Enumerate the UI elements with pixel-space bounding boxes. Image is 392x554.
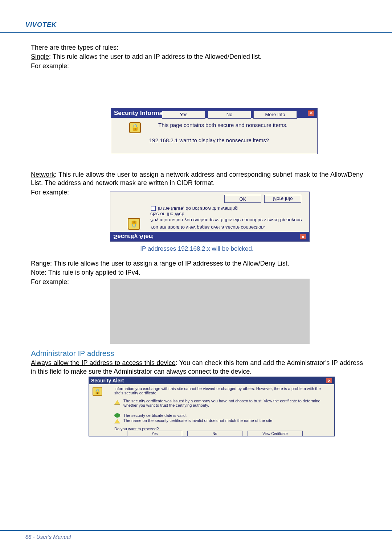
admin-desc: Always allow the IP address to access th… — [31, 359, 363, 376]
lock-warning-icon: 🔒 — [129, 122, 141, 133]
admin-ip-heading: Administrator IP address — [31, 348, 363, 358]
dialog2-body: 🔒 You are about to view pages over a sec… — [110, 225, 309, 232]
network-label: Network — [31, 171, 55, 178]
security-alert-cert-dialog: Security Alert ✕ 🔒 Information you excha… — [89, 377, 335, 436]
single-label: Single — [31, 53, 49, 60]
dialog2-title-text: Security Alert — [113, 233, 153, 241]
dialog4-row2: The security certificate was issued by a… — [123, 399, 330, 407]
checkbox[interactable] — [151, 206, 156, 211]
dialog2-titlebar: Security Alert ✕ — [110, 232, 309, 241]
warning-triangle-icon — [114, 419, 120, 423]
no-button[interactable]: No — [187, 431, 242, 436]
more-info-button[interactable]: More Info — [253, 111, 297, 119]
footer-text: 88 - User's Manual — [25, 534, 71, 540]
single-desc: : This rule allows the user to add an IP… — [49, 53, 262, 60]
page-header: VIVOTEK — [0, 18, 392, 33]
dialog4-row4: The name on the security certificate is … — [123, 418, 330, 423]
admin-block: Administrator IP address Always allow th… — [31, 344, 363, 377]
network-rule-line: Network: This rule allows the user to as… — [31, 171, 363, 188]
dialog1-buttons: Yes No More Info — [162, 111, 297, 119]
dialog2-buttons: OK More Info — [224, 195, 301, 203]
close-icon[interactable]: ✕ — [300, 234, 306, 239]
range-dialog-placeholder — [110, 279, 310, 344]
ok-button[interactable]: OK — [224, 195, 261, 203]
intro-text: There are three types of rules: — [31, 44, 363, 52]
dialog4-titlebar: Security Alert ✕ — [89, 377, 334, 384]
main-content: There are three types of rules: Single: … — [31, 43, 363, 71]
lock-warning-icon: 🔒 — [128, 218, 140, 230]
close-icon[interactable]: ✕ — [326, 378, 332, 383]
single-example: For example: — [31, 62, 363, 70]
range-label: Range — [31, 260, 50, 267]
dialog4-row3: The security certificate date is valid. — [123, 413, 330, 418]
range-note: Note: This rule is only applied to IPv4. — [31, 268, 363, 277]
yes-button[interactable]: Yes — [162, 111, 205, 119]
single-rule-line: Single: This rule allows the user to add… — [31, 53, 363, 61]
close-icon[interactable]: ✕ — [308, 110, 314, 116]
admin-lead: Always allow the IP address to access th… — [31, 359, 176, 366]
dialog2-check-label: In the future, do not show this warning — [158, 205, 238, 212]
dialog1-message2: 192.168.2.1 want to display the nonsecur… — [149, 137, 269, 144]
network-desc: : This rule allows the user to assign a … — [31, 171, 363, 186]
dialog4-row1: Information you exchange with this site … — [114, 386, 330, 395]
dialog1-body: 🔒 This page contains both secure and non… — [111, 118, 317, 121]
range-rule-line: Range: This rule allows the user to assi… — [31, 259, 363, 268]
page-footer: 88 - User's Manual — [0, 530, 392, 542]
security-alert-dialog-flipped: Security Alert ✕ 🔒 You are about to view… — [110, 192, 310, 242]
brand-label: VIVOTEK — [25, 21, 57, 28]
security-information-dialog: Security Information ✕ 🔒 This page conta… — [111, 108, 318, 154]
dialog2-check-row: In the future, do not show this warning — [151, 205, 238, 212]
dialog1-message1: This page contains both secure and nonse… — [158, 122, 310, 129]
dialog4-title-text: Security Alert — [91, 377, 124, 384]
network-caption: IP addresses 192.168.2.x will be bolcked… — [31, 245, 363, 253]
yes-button[interactable]: Yes — [127, 431, 182, 436]
lock-warning-icon: 🔒 — [93, 387, 102, 396]
warning-triangle-icon — [114, 400, 120, 405]
view-certificate-button[interactable]: View Certificate — [248, 431, 303, 436]
no-button[interactable]: No — [208, 111, 251, 119]
check-ok-icon — [114, 413, 120, 418]
dialog2-line2: Any information you exchange with this s… — [150, 211, 306, 223]
dialog2-line1: You are about to view pages over a secur… — [150, 224, 306, 230]
range-desc: : This rule allows the user to assign a … — [50, 260, 289, 267]
more-info-button[interactable]: More Info — [264, 195, 301, 203]
dialog4-buttons: Yes No View Certificate — [127, 431, 303, 436]
